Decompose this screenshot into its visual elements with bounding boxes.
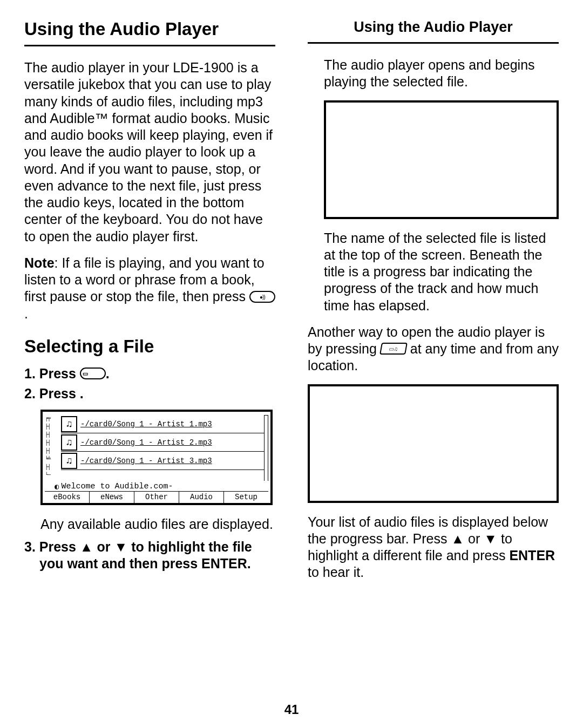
status-row: ◐ Welcome to Audible.com- bbox=[45, 481, 268, 491]
note-text: : If a file is playing, and you want to … bbox=[24, 255, 265, 304]
right-column: Using the Audio Player The audio player … bbox=[308, 19, 559, 717]
music-key-icon bbox=[379, 343, 408, 355]
page-number: 41 bbox=[284, 702, 299, 717]
tab-ebooks: eBooks bbox=[45, 492, 90, 503]
note-end: . bbox=[24, 306, 28, 321]
screenshot-placeholder bbox=[324, 100, 559, 219]
tab-setup: Setup bbox=[224, 492, 268, 503]
left-column: Using the Audio Player The audio player … bbox=[24, 19, 275, 717]
paragraph: Another way to open the audio player is … bbox=[308, 324, 559, 375]
step-3: 3. Press ▲ or ▼ to highlight the file yo… bbox=[24, 539, 275, 573]
paragraph: The name of the selected file is listed … bbox=[324, 230, 559, 314]
tab-other: Other bbox=[134, 492, 179, 503]
file-path: -/card0/Song 1 - Artist 3.mp3 bbox=[80, 457, 212, 465]
music-file-icon: ♫ bbox=[61, 416, 77, 432]
file-row: ♫ -/card0/Song 1 - Artist 1.mp3 bbox=[61, 415, 264, 433]
step-2: 2. Press . bbox=[24, 385, 275, 402]
globe-icon: ◐ bbox=[55, 482, 59, 491]
tree-indicator: ╒╤ ├┤ ├┤ ├┤ ├┤ ╘╧ ├┤ └─ bbox=[45, 415, 61, 481]
screenshot-placeholder bbox=[308, 384, 559, 503]
section-title: Using the Audio Player bbox=[308, 19, 559, 44]
sub-heading: Selecting a File bbox=[24, 336, 275, 357]
music-file-icon: ♫ bbox=[61, 434, 77, 451]
scrollbar bbox=[264, 415, 268, 481]
step-1: 1. Press . bbox=[24, 365, 275, 382]
file-row: ♫ -/card0/Song 1 - Artist 2.mp3 bbox=[61, 433, 264, 452]
intro-paragraph: The audio player in your LDE-1900 is a v… bbox=[24, 59, 275, 245]
speak-key-icon bbox=[249, 291, 275, 303]
tabs: eBooks eNews Other Audio Setup bbox=[45, 491, 268, 503]
enter-key: ENTER bbox=[509, 548, 555, 563]
section-title: Using the Audio Player bbox=[24, 19, 275, 46]
music-file-icon: ♫ bbox=[61, 453, 77, 469]
file-path: -/card0/Song 1 - Artist 1.mp3 bbox=[80, 420, 212, 428]
paragraph: The audio player opens and begins playin… bbox=[324, 57, 559, 91]
device-screenshot: ╒╤ ├┤ ├┤ ├┤ ├┤ ╘╧ ├┤ └─ ♫ -/card0/Song 1… bbox=[40, 410, 273, 505]
file-row: ♫ -/card0/Song 1 - Artist 3.mp3 bbox=[61, 452, 264, 470]
book-key-icon bbox=[80, 368, 106, 379]
paragraph: Your list of audio files is displayed be… bbox=[308, 514, 559, 581]
status-text: Welcome to Audible.com- bbox=[61, 482, 173, 491]
note-paragraph: Note: If a file is playing, and you want… bbox=[24, 255, 275, 322]
tab-audio: Audio bbox=[179, 492, 224, 503]
tab-enews: eNews bbox=[90, 492, 134, 503]
file-path: -/card0/Song 1 - Artist 2.mp3 bbox=[80, 438, 212, 447]
note-label: Note bbox=[24, 255, 55, 270]
step-2-note: Any available audio files are displayed. bbox=[40, 516, 275, 533]
